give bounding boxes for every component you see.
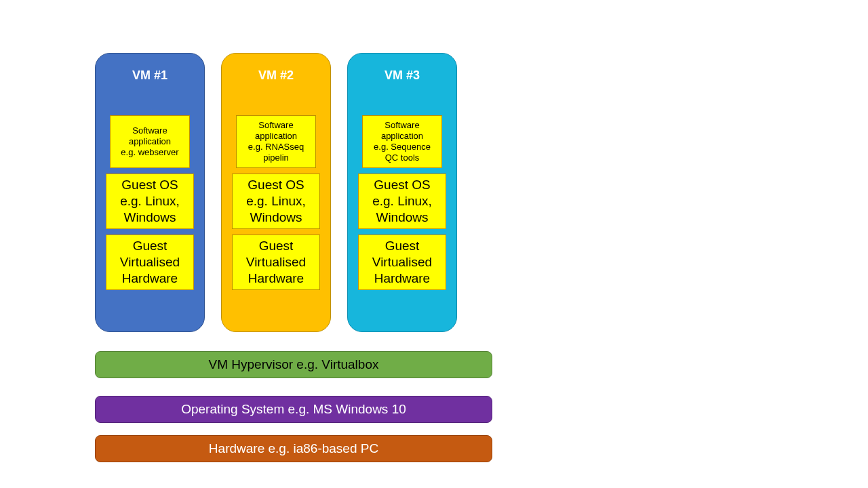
vm-card-1: VM #1 Softwareapplicatione.g. webserver … bbox=[95, 53, 205, 332]
vm-stack: Softwareapplicatione.g. webserver Guest … bbox=[106, 115, 194, 290]
vm-guest-hw-box: GuestVirtualisedHardware bbox=[232, 235, 320, 290]
vm-guest-os-box: Guest OSe.g. Linux,Windows bbox=[358, 174, 446, 229]
hardware-layer: Hardware e.g. ia86-based PC bbox=[95, 435, 492, 462]
vm-title: VM #1 bbox=[132, 68, 167, 83]
vm-stack: Softwareapplicatione.g. SequenceQC tools… bbox=[358, 115, 446, 290]
vm-title: VM #2 bbox=[258, 68, 294, 83]
vm-card-2: VM #2 Softwareapplicatione.g. RNASseqpip… bbox=[221, 53, 331, 332]
vm-title: VM #3 bbox=[384, 68, 420, 83]
vm-guest-os-box: Guest OSe.g. Linux,Windows bbox=[232, 174, 320, 229]
vm-row: VM #1 Softwareapplicatione.g. webserver … bbox=[95, 53, 492, 332]
vm-guest-os-box: Guest OSe.g. Linux,Windows bbox=[106, 174, 194, 229]
hypervisor-layer: VM Hypervisor e.g. Virtualbox bbox=[95, 351, 492, 378]
virtualisation-diagram: VM #1 Softwareapplicatione.g. webserver … bbox=[95, 53, 492, 462]
vm-app-box: Softwareapplicatione.g. RNASseqpipelin bbox=[236, 115, 316, 168]
vm-guest-hw-box: GuestVirtualisedHardware bbox=[106, 235, 194, 290]
vm-app-box: Softwareapplicatione.g. SequenceQC tools bbox=[362, 115, 442, 168]
vm-guest-hw-box: GuestVirtualisedHardware bbox=[358, 235, 446, 290]
vm-stack: Softwareapplicatione.g. RNASseqpipelin G… bbox=[232, 115, 320, 290]
vm-app-box: Softwareapplicatione.g. webserver bbox=[110, 115, 190, 168]
host-os-layer: Operating System e.g. MS Windows 10 bbox=[95, 396, 492, 423]
vm-card-3: VM #3 Softwareapplicatione.g. SequenceQC… bbox=[347, 53, 457, 332]
